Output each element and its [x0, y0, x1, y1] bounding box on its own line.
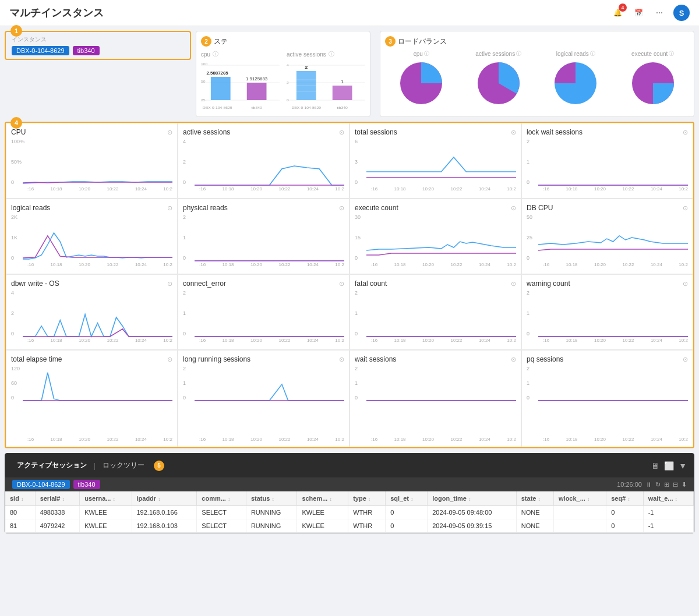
cell-logon-time-1: 2024-09-05 09:39:15	[428, 519, 516, 533]
chart-cell-fatal-count: fatal count ⊙ 210 :1610:1810:2010:2210:2…	[350, 274, 521, 350]
dbwr-write-info[interactable]: ⊙	[167, 280, 172, 288]
lb-logical-info[interactable]: ⓘ	[590, 50, 595, 58]
cpu-chart-info[interactable]: ⊙	[167, 129, 172, 136]
fatal-count-info[interactable]: ⊙	[511, 280, 516, 288]
pq-sessions-info[interactable]: ⊙	[683, 356, 688, 363]
logical-reads-pie-svg	[552, 60, 599, 107]
page-title: マルチインスタンス	[9, 6, 104, 20]
pq-sessions-sparkline-svg	[538, 367, 688, 402]
tab-active-sessions[interactable]: アクティブセッション	[12, 458, 91, 473]
col-ipaddr[interactable]: ipaddr ↕	[132, 491, 197, 506]
connect-error-label: connect_error	[183, 279, 226, 288]
notification-bell-icon[interactable]: 🔔4	[610, 6, 624, 20]
svg-text:0: 0	[287, 98, 289, 102]
cpu-info-icon[interactable]: ⓘ	[213, 50, 218, 58]
instance-badge-1[interactable]: tib340	[73, 46, 100, 55]
execute-count-info[interactable]: ⊙	[511, 204, 516, 212]
filter-icon[interactable]: ⊟	[673, 481, 678, 488]
lb-active-info[interactable]: ⓘ	[516, 50, 521, 58]
col-sid[interactable]: sid ↕	[5, 491, 35, 506]
lb-pie-charts: cpu ⓘ active sessions ⓘ	[385, 50, 689, 107]
avatar[interactable]: S	[673, 5, 690, 21]
pq-sessions-header: pq sessions ⊙	[527, 355, 688, 363]
instance-container: 1 インスタンス DBX-0-104-8629 tib340	[5, 31, 191, 60]
tab-lock-tree[interactable]: ロックツリー	[98, 458, 149, 473]
lb-execute-count-title: execute count ⓘ	[631, 50, 674, 58]
warning-count-info[interactable]: ⊙	[683, 280, 688, 288]
svg-text:50: 50	[201, 79, 206, 83]
svg-text:DBX-0-104-8629: DBX-0-104-8629	[203, 105, 232, 109]
total-sessions-info[interactable]: ⊙	[511, 129, 516, 136]
logical-reads-info[interactable]: ⊙	[167, 204, 172, 212]
cell-username-0: KWLEE	[80, 506, 132, 519]
physical-reads-info[interactable]: ⊙	[339, 204, 344, 212]
header: マルチインスタンス 🔔4 📅 ⋯ S	[0, 0, 699, 26]
download-icon[interactable]: ⬇	[682, 481, 687, 488]
session-instance-0[interactable]: DBX-0-104-8629	[12, 480, 70, 489]
long-running-sessions-info[interactable]: ⊙	[339, 356, 344, 363]
dbwr-sparkline-svg	[23, 291, 172, 338]
chart-cell-execute-count: execute count ⊙ 30150 :1610:1810:2010:22…	[350, 199, 521, 274]
connect-error-sparkline-svg	[195, 291, 344, 338]
wait-sessions-info[interactable]: ⊙	[511, 356, 516, 363]
active-sessions-info-icon[interactable]: ⓘ	[329, 50, 334, 58]
col-type[interactable]: type ↕	[348, 491, 386, 506]
lb-active-sessions-chart: active sessions ⓘ	[463, 50, 535, 107]
db-cpu-header: DB CPU ⊙	[527, 204, 688, 212]
col-schema[interactable]: schem... ↕	[297, 491, 348, 506]
tab-divider: |	[94, 462, 96, 470]
pause-icon[interactable]: ⏸	[645, 481, 652, 488]
chart-cell-lock-wait-sessions: lock wait sessions ⊙ 210 :1610:1810:2010…	[521, 123, 693, 199]
col-state[interactable]: state ↕	[516, 491, 553, 506]
refresh-icon[interactable]: ↻	[655, 481, 661, 488]
cell-sid-1: 81	[5, 519, 35, 533]
cell-state-1: NONE	[516, 519, 553, 533]
col-logon-time[interactable]: logon_time ↕	[428, 491, 516, 506]
fatal-count-label: fatal count	[355, 279, 387, 288]
calendar-icon[interactable]: 📅	[631, 6, 645, 20]
col-wlock[interactable]: wlock_... ↕	[554, 491, 606, 506]
instance-badge-0[interactable]: DBX-0-104-8629	[12, 46, 69, 55]
dbwr-write-header: dbwr write - OS ⊙	[11, 279, 172, 288]
active-sessions-info[interactable]: ⊙	[339, 129, 344, 136]
col-command[interactable]: comm... ↕	[197, 491, 246, 506]
lock-wait-sessions-info[interactable]: ⊙	[683, 129, 688, 136]
logical-reads-sparkline-svg	[23, 215, 172, 262]
monitor-icon[interactable]: 🖥	[651, 461, 659, 470]
col-status[interactable]: status ↕	[246, 491, 296, 506]
col-seq[interactable]: seq# ↕	[606, 491, 644, 506]
col-sqlet[interactable]: sql_et ↕	[386, 491, 428, 506]
lb-execute-info[interactable]: ⓘ	[669, 50, 674, 58]
instance-section: 1 インスタンス DBX-0-104-8629 tib340	[5, 31, 191, 117]
cpu-chart-label: CPU	[11, 128, 26, 136]
table-row[interactable]: 80 4980338 KWLEE 192.168.0.166 SELECT RU…	[5, 506, 694, 519]
fatal-count-sparkline-svg	[366, 291, 516, 338]
cell-seq-1: 0	[606, 519, 644, 533]
pq-sessions-label: pq sessions	[527, 355, 563, 363]
svg-rect-19	[333, 86, 352, 100]
ste-section: 2 ステ cpu ⓘ	[196, 31, 370, 117]
more-options-icon[interactable]: ⋯	[652, 6, 666, 20]
grid-view-icon[interactable]: ⊞	[664, 481, 669, 488]
cpu-pie-svg	[398, 60, 444, 107]
chart-cell-total-elapse-time: total elapse time ⊙ 120600 :1610:1810:20…	[6, 350, 178, 447]
notification-badge: 4	[619, 3, 627, 12]
total-elapse-time-label: total elapse time	[11, 355, 62, 363]
col-waite[interactable]: wait_e... ↕	[643, 491, 693, 506]
connect-error-info[interactable]: ⊙	[339, 280, 344, 288]
connect-error-header: connect_error ⊙	[183, 279, 344, 288]
session-timestamp: 10:26:00 ⏸ ↻ ⊞ ⊟ ⬇	[617, 481, 687, 488]
col-serial[interactable]: serial# ↕	[35, 491, 80, 506]
execute-count-header: execute count ⊙	[355, 204, 516, 212]
session-instance-1[interactable]: tib340	[73, 480, 100, 489]
total-elapse-time-info[interactable]: ⊙	[167, 356, 172, 363]
db-cpu-info[interactable]: ⊙	[683, 204, 688, 212]
chevron-down-icon[interactable]: ▼	[679, 461, 687, 470]
svg-text:DBX-0-104-8629: DBX-0-104-8629	[291, 105, 321, 109]
col-username[interactable]: userna... ↕	[80, 491, 132, 506]
table-row[interactable]: 81 4979242 KWLEE 192.168.0.103 SELECT RU…	[5, 519, 694, 533]
physical-reads-sparkline-svg	[195, 215, 344, 262]
layout-icon[interactable]: ⬜	[664, 461, 674, 470]
lb-cpu-info[interactable]: ⓘ	[424, 50, 429, 58]
chart-cell-wait-sessions: wait sessions ⊙ 210 :1610:1810:2010:2210…	[350, 350, 521, 447]
